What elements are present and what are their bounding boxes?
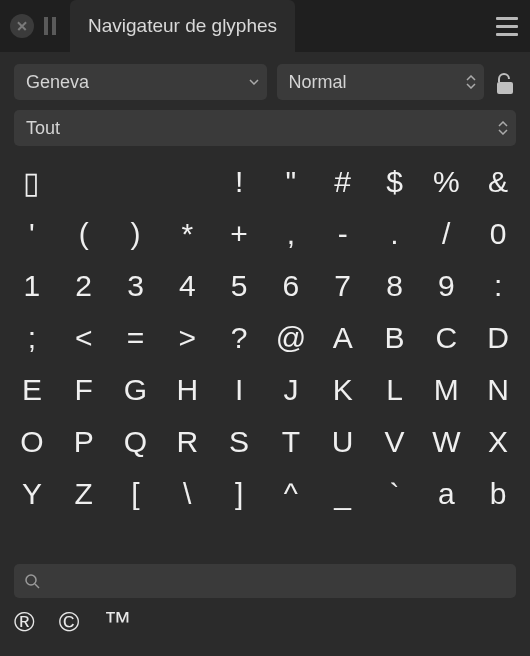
panel-tabbar: Navigateur de glyphes bbox=[0, 0, 530, 52]
glyph-cell[interactable]: U bbox=[317, 416, 369, 468]
glyph-cell[interactable]: _ bbox=[317, 468, 369, 520]
glyph-cell[interactable]: 8 bbox=[369, 260, 421, 312]
glyph-cell[interactable]: ▯ bbox=[6, 156, 58, 208]
chevron-down-icon bbox=[249, 79, 259, 85]
glyph-cell[interactable]: F bbox=[58, 364, 110, 416]
glyph-cell[interactable]: M bbox=[420, 364, 472, 416]
glyph-cell[interactable]: : bbox=[472, 260, 524, 312]
glyph-cell[interactable]: 9 bbox=[420, 260, 472, 312]
glyph-cell[interactable]: * bbox=[161, 208, 213, 260]
collapse-icon[interactable] bbox=[44, 17, 56, 35]
glyph-cell[interactable]: I bbox=[213, 364, 265, 416]
glyph-cell[interactable]: \ bbox=[161, 468, 213, 520]
glyph-cell[interactable]: ' bbox=[6, 208, 58, 260]
stepper-icon bbox=[498, 121, 508, 135]
glyph-cell[interactable]: " bbox=[265, 156, 317, 208]
glyph-cell[interactable]: O bbox=[6, 416, 58, 468]
search-field[interactable] bbox=[14, 564, 516, 598]
glyph-cell[interactable]: ) bbox=[110, 208, 162, 260]
glyph-cell[interactable]: 6 bbox=[265, 260, 317, 312]
glyph-cell[interactable]: N bbox=[472, 364, 524, 416]
glyph-cell[interactable]: Q bbox=[110, 416, 162, 468]
glyph-cell[interactable]: ] bbox=[213, 468, 265, 520]
favorite-glyph[interactable]: © bbox=[59, 606, 80, 638]
glyph-cell[interactable]: ` bbox=[369, 468, 421, 520]
glyph-cell[interactable]: D bbox=[472, 312, 524, 364]
glyph-cell[interactable]: G bbox=[110, 364, 162, 416]
glyph-cell[interactable]: C bbox=[420, 312, 472, 364]
glyph-cell[interactable]: P bbox=[58, 416, 110, 468]
glyph-cell[interactable]: , bbox=[265, 208, 317, 260]
glyph-cell[interactable]: 0 bbox=[472, 208, 524, 260]
glyph-subset-select[interactable]: Tout bbox=[14, 110, 516, 146]
glyph-cell[interactable]: Y bbox=[6, 468, 58, 520]
search-icon bbox=[24, 573, 40, 589]
svg-point-1 bbox=[26, 575, 36, 585]
glyph-cell[interactable]: T bbox=[265, 416, 317, 468]
glyph-cell[interactable]: V bbox=[369, 416, 421, 468]
glyph-cell[interactable]: @ bbox=[265, 312, 317, 364]
stepper-icon bbox=[466, 75, 476, 89]
glyph-cell[interactable]: # bbox=[317, 156, 369, 208]
font-family-value: Geneva bbox=[26, 72, 89, 93]
panel-menu-icon[interactable] bbox=[496, 17, 518, 36]
glyph-cell[interactable]: & bbox=[472, 156, 524, 208]
glyph-cell[interactable]: E bbox=[6, 364, 58, 416]
glyph-cell[interactable]: 3 bbox=[110, 260, 162, 312]
svg-rect-0 bbox=[497, 82, 513, 94]
glyph-cell[interactable]: [ bbox=[110, 468, 162, 520]
glyph-cell[interactable]: 5 bbox=[213, 260, 265, 312]
glyph-grid: ▯!"#$%&'()*+,-./0123456789:;<=>?@ABCDEFG… bbox=[6, 156, 524, 520]
glyph-cell[interactable]: W bbox=[420, 416, 472, 468]
glyph-cell[interactable]: + bbox=[213, 208, 265, 260]
glyph-cell[interactable]: 7 bbox=[317, 260, 369, 312]
glyph-cell[interactable]: - bbox=[317, 208, 369, 260]
glyph-cell[interactable]: 4 bbox=[161, 260, 213, 312]
glyph-cell[interactable]: ( bbox=[58, 208, 110, 260]
glyph-cell[interactable]: % bbox=[420, 156, 472, 208]
glyph-cell[interactable]: ? bbox=[213, 312, 265, 364]
glyph-cell[interactable]: 1 bbox=[6, 260, 58, 312]
font-family-select[interactable]: Geneva bbox=[14, 64, 267, 100]
glyph-cell[interactable]: . bbox=[369, 208, 421, 260]
glyph-cell[interactable]: b bbox=[472, 468, 524, 520]
glyph-cell[interactable]: K bbox=[317, 364, 369, 416]
tab-label: Navigateur de glyphes bbox=[88, 15, 277, 37]
font-controls-row: Geneva Normal bbox=[0, 52, 530, 100]
glyph-cell[interactable]: ; bbox=[6, 312, 58, 364]
glyph-cell[interactable]: ! bbox=[213, 156, 265, 208]
tab-glyph-browser[interactable]: Navigateur de glyphes bbox=[70, 0, 295, 52]
glyph-cell[interactable]: X bbox=[472, 416, 524, 468]
glyph-cell[interactable]: A bbox=[317, 312, 369, 364]
glyph-browser-panel: Navigateur de glyphes Geneva Normal bbox=[0, 0, 530, 656]
search-input[interactable] bbox=[48, 571, 506, 591]
glyph-cell[interactable]: > bbox=[161, 312, 213, 364]
glyph-subset-value: Tout bbox=[26, 118, 60, 139]
glyph-cell[interactable]: R bbox=[161, 416, 213, 468]
search-row bbox=[0, 554, 530, 598]
favorite-glyphs-row: ®©™ bbox=[0, 598, 530, 656]
font-style-select[interactable]: Normal bbox=[277, 64, 484, 100]
glyph-cell[interactable]: a bbox=[420, 468, 472, 520]
glyph-cell[interactable]: S bbox=[213, 416, 265, 468]
glyph-cell[interactable]: = bbox=[110, 312, 162, 364]
glyph-cell[interactable]: H bbox=[161, 364, 213, 416]
glyph-cell[interactable]: 2 bbox=[58, 260, 110, 312]
glyph-cell[interactable]: Z bbox=[58, 468, 110, 520]
glyph-cell[interactable]: B bbox=[369, 312, 421, 364]
glyph-cell[interactable] bbox=[110, 156, 162, 208]
glyph-cell[interactable] bbox=[161, 156, 213, 208]
glyph-cell[interactable] bbox=[58, 156, 110, 208]
close-icon[interactable] bbox=[10, 14, 34, 38]
glyph-cell[interactable]: J bbox=[265, 364, 317, 416]
glyph-cell[interactable]: L bbox=[369, 364, 421, 416]
glyph-cell[interactable]: ^ bbox=[265, 468, 317, 520]
glyph-grid-wrap: ▯!"#$%&'()*+,-./0123456789:;<=>?@ABCDEFG… bbox=[0, 146, 530, 554]
favorite-glyph[interactable]: ™ bbox=[103, 606, 131, 638]
lock-icon[interactable] bbox=[494, 68, 516, 96]
favorite-glyph[interactable]: ® bbox=[14, 606, 35, 638]
glyph-cell[interactable]: / bbox=[420, 208, 472, 260]
glyph-cell[interactable]: < bbox=[58, 312, 110, 364]
glyph-cell[interactable]: $ bbox=[369, 156, 421, 208]
font-style-value: Normal bbox=[289, 72, 347, 93]
